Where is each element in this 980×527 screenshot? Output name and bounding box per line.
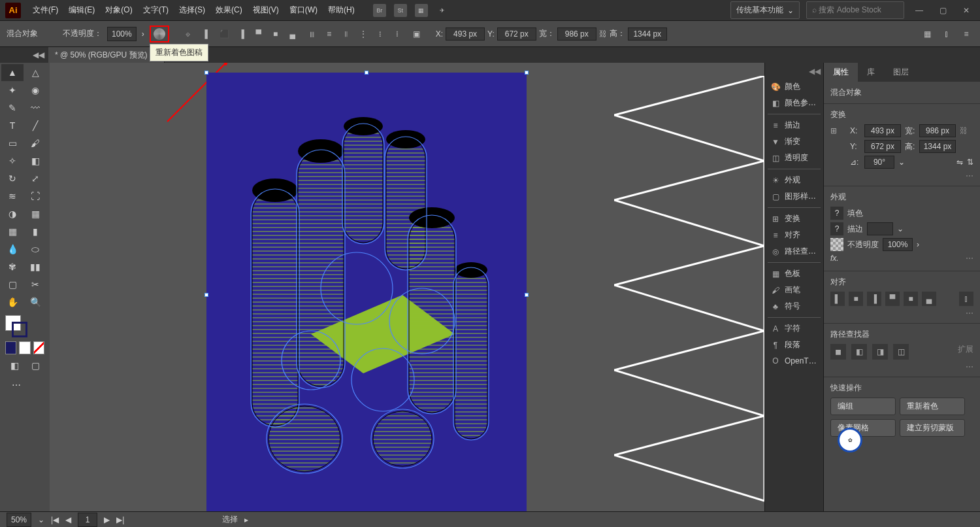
link-icon[interactable]: ⛓: [960, 126, 968, 135]
width-tool[interactable]: ≋: [1, 188, 24, 205]
quick-action-button[interactable]: 建立剪切蒙版: [900, 419, 965, 437]
rectangle-tool[interactable]: ▭: [1, 135, 24, 152]
menu-item[interactable]: 编辑(E): [63, 2, 100, 18]
y-input[interactable]: [497, 27, 536, 41]
window-minimize[interactable]: —: [911, 4, 928, 17]
side-panel-item[interactable]: A字符: [768, 320, 821, 337]
side-panel-item[interactable]: ▦色板: [768, 265, 821, 282]
transform-icon[interactable]: ⟐: [181, 27, 195, 41]
pen-tool[interactable]: ✎: [1, 99, 24, 116]
line-tool[interactable]: ╱: [24, 117, 46, 134]
dist-v2-icon[interactable]: ⋮: [356, 27, 370, 41]
stroke-swatch[interactable]: [12, 322, 27, 337]
align-c-btn[interactable]: ■: [849, 292, 863, 306]
nav-prev-icon[interactable]: ◀: [65, 515, 71, 524]
px-input[interactable]: [864, 124, 901, 137]
zoom-input[interactable]: 50%: [7, 513, 31, 527]
side-panel-item[interactable]: ¶段落: [768, 337, 821, 353]
w-input[interactable]: [557, 27, 596, 41]
dist-h3-icon[interactable]: ⫶: [373, 27, 387, 41]
scale-tool[interactable]: ⤢: [24, 170, 46, 187]
gpu-icon[interactable]: ✈: [436, 4, 449, 17]
panel-icon-2[interactable]: ⫿: [939, 27, 954, 41]
opacity-swatch[interactable]: [830, 238, 843, 251]
document-tab[interactable]: * @ 50% (RGB/GPU 预览) ×: [48, 47, 165, 63]
pf-intersect-icon[interactable]: ◨: [872, 344, 888, 360]
menu-item[interactable]: 文件(F): [27, 2, 63, 18]
menu-item[interactable]: 效果(C): [210, 2, 248, 18]
panel-menu-icon[interactable]: ≡: [959, 27, 973, 41]
side-panel-item[interactable]: ♣符号: [768, 298, 821, 314]
dist-h-icon[interactable]: ⫼: [305, 27, 319, 41]
zoom-dropdown-icon[interactable]: ⌄: [38, 515, 44, 524]
brush-tool[interactable]: 🖌: [24, 135, 46, 152]
tab-properties[interactable]: 属性: [824, 63, 858, 82]
opacity-chevron-icon2[interactable]: ›: [917, 240, 919, 249]
align-left-icon[interactable]: ▌: [201, 27, 215, 41]
nav-last-icon[interactable]: ▶|: [116, 515, 124, 524]
stroke-dropdown-icon[interactable]: ⌄: [897, 224, 904, 233]
edit-toolbar[interactable]: ⋯: [5, 377, 27, 394]
py-input[interactable]: [864, 140, 901, 153]
side-panel-item[interactable]: ≡对齐: [768, 227, 821, 243]
eraser-tool[interactable]: ◧: [24, 152, 46, 169]
panel-icon-1[interactable]: ▦: [920, 27, 934, 41]
pf-expand-btn[interactable]: 扩展: [958, 344, 973, 360]
side-panel-item[interactable]: ▼渐变: [768, 133, 821, 150]
panel-collapse-icon[interactable]: ◀◀: [768, 67, 821, 76]
align-b-btn[interactable]: ▄: [922, 292, 936, 306]
dist-v-icon[interactable]: ≡: [322, 27, 336, 41]
zoom-tool[interactable]: 🔍: [24, 294, 46, 311]
nav-next-icon[interactable]: ▶: [104, 515, 110, 524]
menu-item[interactable]: 帮助(H): [323, 2, 360, 18]
color-swatch-1[interactable]: [5, 341, 16, 354]
more-options-icon-4[interactable]: ⋯: [830, 362, 973, 371]
fx-label[interactable]: fx.: [830, 254, 839, 263]
selection-dropdown-icon[interactable]: ▸: [244, 515, 248, 524]
menu-item[interactable]: 选择(S): [174, 2, 210, 18]
gradient-tool[interactable]: ▮: [24, 223, 46, 240]
fill-swatch-mini[interactable]: ?: [830, 207, 843, 220]
menu-item[interactable]: 视图(V): [248, 2, 284, 18]
arrange-docs-icon[interactable]: ▦: [415, 4, 428, 17]
quick-action-button[interactable]: 重新着色: [900, 398, 965, 415]
side-panel-item[interactable]: 🎨颜色: [768, 78, 821, 95]
eyedropper-tool[interactable]: 💧: [1, 241, 24, 258]
menu-item[interactable]: 对象(O): [100, 2, 137, 18]
shaper-tool[interactable]: ✧: [1, 152, 24, 169]
blend-tool[interactable]: ⬭: [24, 241, 46, 258]
align-top-icon[interactable]: ▀: [252, 27, 266, 41]
dist-h2-icon[interactable]: ⫴: [339, 27, 353, 41]
pf-unite-icon[interactable]: ◼: [830, 344, 846, 360]
align-middle-icon[interactable]: ■: [269, 27, 283, 41]
side-panel-item[interactable]: ◧颜色参…: [768, 95, 821, 111]
lasso-tool[interactable]: ◉: [24, 82, 46, 99]
link-wh-icon[interactable]: ⛓: [599, 29, 607, 39]
opacity-input2[interactable]: [883, 238, 913, 251]
color-swatch-2[interactable]: [19, 341, 30, 354]
side-panel-item[interactable]: ◎路径查…: [768, 243, 821, 260]
align-to-btn[interactable]: ⫿: [959, 292, 973, 306]
none-swatch[interactable]: [33, 341, 44, 354]
dist-v3-icon[interactable]: ⁞: [390, 27, 404, 41]
pw-input[interactable]: [919, 124, 956, 137]
menu-item[interactable]: 窗口(W): [284, 2, 323, 18]
direct-selection-tool[interactable]: △: [24, 64, 46, 81]
draw-mode-icon[interactable]: ◧: [5, 357, 24, 374]
selection-tool[interactable]: ▲: [1, 64, 24, 81]
side-panel-item[interactable]: ⊞变换: [768, 211, 821, 227]
slice-tool[interactable]: ✂: [24, 276, 46, 293]
ph-input[interactable]: [919, 140, 956, 153]
align-t-btn[interactable]: ▀: [885, 292, 900, 306]
flip-v-icon[interactable]: ⇅: [967, 158, 973, 167]
opacity-chevron-icon[interactable]: ›: [142, 29, 144, 39]
rotate-tool[interactable]: ↻: [1, 170, 24, 187]
align-to-icon[interactable]: ▣: [410, 27, 424, 41]
window-close[interactable]: ✕: [958, 4, 975, 17]
symbol-spray-tool[interactable]: ✾: [1, 258, 24, 275]
align-r-btn[interactable]: ▐: [867, 292, 881, 306]
pf-exclude-icon[interactable]: ◫: [893, 344, 909, 360]
mesh-tool[interactable]: ▦: [1, 223, 24, 240]
curvature-tool[interactable]: 〰: [24, 99, 46, 116]
search-stock-input[interactable]: ⌕ 搜索 Adobe Stock: [806, 1, 904, 19]
